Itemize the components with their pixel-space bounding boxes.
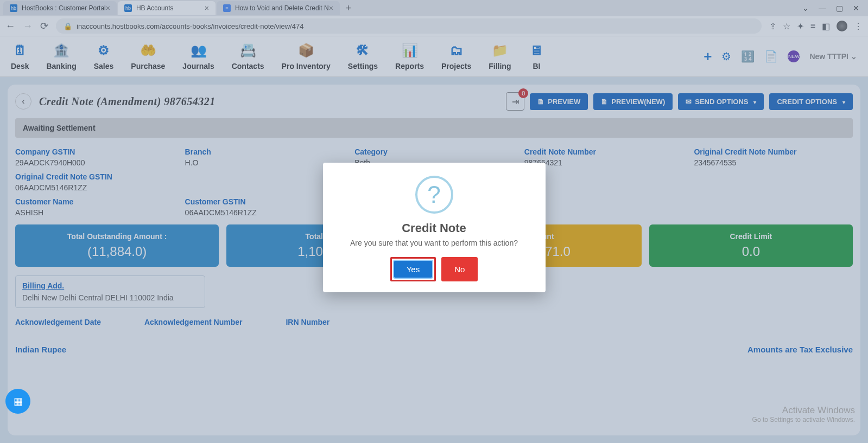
modal-message: Are you sure that you want to perform th… [334, 239, 535, 247]
modal-title: Credit Note [334, 221, 535, 235]
no-button[interactable]: No [441, 257, 478, 281]
watermark-line2: Go to Settings to activate Windows. [752, 416, 855, 423]
launcher-fab[interactable]: ▦ [5, 389, 30, 414]
yes-button[interactable]: Yes [394, 260, 433, 278]
watermark-line1: Activate Windows [752, 405, 855, 416]
confirm-modal: ? Credit Note Are you sure that you want… [323, 163, 546, 292]
yes-highlight-box: Yes [390, 257, 436, 281]
modal-overlay: ? Credit Note Are you sure that you want… [0, 0, 868, 443]
question-icon: ? [415, 176, 453, 214]
grid-icon: ▦ [14, 395, 23, 407]
windows-watermark: Activate Windows Go to Settings to activ… [752, 405, 855, 423]
